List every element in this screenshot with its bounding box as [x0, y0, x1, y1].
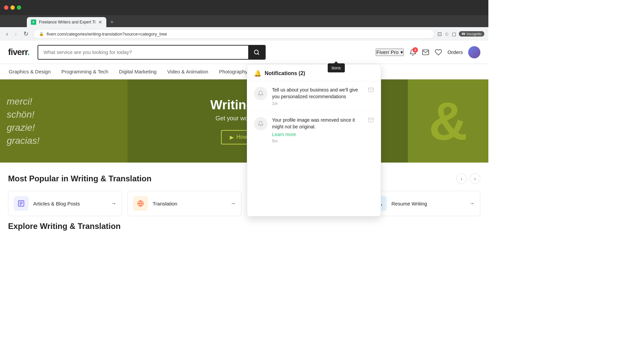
translation-arrow-icon: →: [230, 200, 236, 206]
notification-learn-more-link[interactable]: Learn more: [272, 132, 296, 137]
notifications-list: Tell us about your business and we'll gi…: [247, 81, 381, 216]
maximize-window-button[interactable]: [17, 5, 21, 10]
mail-icon: [422, 49, 429, 56]
notification-bell-icon-0: [254, 87, 267, 100]
chevron-down-icon: ▾: [400, 49, 403, 55]
notifications-button[interactable]: 2: [409, 49, 417, 56]
address-bar[interactable]: 🔒 fiverr.com/categories/writing-translat…: [33, 29, 435, 39]
nav-item-graphics[interactable]: Graphics & Design: [8, 64, 51, 79]
translation-icon: [133, 196, 148, 211]
popular-cards-list: Articles & Blog Posts → Translation → 👻 …: [8, 191, 480, 216]
notification-time-1: 5m: [272, 139, 363, 143]
orders-link[interactable]: Orders: [447, 49, 463, 55]
nav-item-video[interactable]: Video & Animation: [167, 64, 209, 79]
avatar-image: [468, 46, 480, 58]
browser-window-controls: [0, 0, 488, 15]
notification-bell-icon-1: [254, 117, 267, 130]
new-tab-button[interactable]: +: [108, 17, 117, 27]
popular-section: Most Popular in Writing & Translation ‹ …: [0, 163, 488, 222]
bell-tooltip: tions: [328, 63, 345, 72]
logo-text: fiverr: [8, 47, 28, 57]
window-buttons: [4, 5, 21, 10]
notification-item-0[interactable]: Tell us about your business and we'll gi…: [247, 81, 381, 112]
popular-section-title: Most Popular in Writing & Translation: [8, 174, 152, 183]
notification-email-icon-0: [368, 87, 374, 95]
back-button[interactable]: ‹: [4, 29, 10, 39]
bookmark-icon[interactable]: ☆: [444, 31, 449, 37]
notification-time-0: 1m: [272, 101, 363, 106]
notification-content-0: Tell us about your business and we'll gi…: [272, 87, 363, 106]
nav-item-marketing[interactable]: Digital Marketing: [118, 64, 157, 79]
popular-card-resume[interactable]: Resume Writing →: [366, 191, 480, 216]
main-navigation: Graphics & Design Programming & Tech Dig…: [0, 64, 488, 79]
header-actions: Fiverr Pro ▾ 2 Order: [376, 46, 480, 58]
section-header: Most Popular in Writing & Translation ‹ …: [8, 173, 480, 184]
notification-badge: 2: [413, 47, 418, 53]
notifications-title: Notifications (2): [265, 70, 305, 76]
lock-icon: 🔒: [39, 32, 44, 36]
close-window-button[interactable]: [4, 5, 8, 10]
hero-background-right: &: [408, 79, 488, 163]
carousel-navigation: ‹ ›: [456, 173, 480, 184]
nav-item-photography[interactable]: Photography: [218, 64, 248, 79]
heart-icon: [435, 49, 442, 56]
notifications-dropdown: 🔔 Notifications (2) Tell us about your b…: [247, 64, 381, 217]
notification-content-1: Your profile image was removed since it …: [272, 117, 363, 143]
minimize-window-button[interactable]: [10, 5, 15, 10]
notification-text-1: Your profile image was removed since it …: [272, 117, 363, 130]
user-avatar[interactable]: [468, 46, 480, 58]
notifications-bell-icon: 🔔: [254, 70, 261, 77]
tab-close-icon[interactable]: ✕: [98, 19, 102, 25]
hero-background-left: merci! schön! grazie! gracias!: [0, 79, 127, 163]
search-button[interactable]: [248, 46, 265, 59]
hero-ampersand: &: [429, 94, 468, 148]
search-bar: [38, 45, 266, 60]
articles-label: Articles & Blog Posts: [33, 201, 80, 206]
play-icon: ▶: [230, 134, 234, 140]
incognito-badge: 🕶 Incognito: [459, 31, 484, 37]
resume-label: Resume Writing: [391, 201, 427, 206]
logo-dot: .: [28, 47, 30, 57]
explore-section: Explore Writing & Translation: [0, 222, 488, 242]
notifications-empty-space: [247, 149, 381, 216]
search-input[interactable]: [38, 46, 248, 59]
carousel-next-button[interactable]: ›: [470, 173, 480, 184]
fiverr-app: fiverr. Fiverr Pro ▾ 2: [0, 41, 488, 242]
url-text: fiverr.com/categories/writing-translatio…: [47, 32, 167, 37]
hero-section: merci! schön! grazie! gracias! Writing &…: [0, 79, 488, 163]
search-icon: [254, 49, 260, 55]
wishlist-button[interactable]: [435, 49, 442, 56]
nav-item-programming[interactable]: Programming & Tech: [61, 64, 109, 79]
articles-icon: [14, 196, 29, 211]
resume-arrow-icon: →: [469, 200, 475, 206]
notification-email-icon-1: [368, 117, 374, 125]
tab-title: Freelance Writers and Expert Ti: [39, 20, 96, 24]
site-header: fiverr. Fiverr Pro ▾ 2: [0, 41, 488, 64]
messages-button[interactable]: [422, 49, 429, 56]
browser-action-buttons: ⊡ ☆ ◻ 🕶 Incognito: [437, 31, 484, 37]
popular-card-articles[interactable]: Articles & Blog Posts →: [8, 191, 122, 216]
translation-label: Translation: [153, 201, 177, 206]
reload-button[interactable]: ↻: [21, 29, 31, 39]
svg-line-1: [258, 53, 259, 54]
forward-button[interactable]: ›: [13, 29, 19, 39]
articles-arrow-icon: →: [111, 200, 116, 206]
fiverr-logo[interactable]: fiverr.: [8, 47, 30, 57]
profile-icon[interactable]: ◻: [452, 31, 456, 37]
browser-tab-active[interactable]: F Freelance Writers and Expert Ti ✕: [27, 17, 106, 27]
hero-multilingual-text: merci! schön! grazie! gracias!: [7, 79, 40, 163]
browser-tab-bar: F Freelance Writers and Expert Ti ✕ +: [0, 15, 488, 27]
tab-favicon: F: [31, 19, 36, 25]
carousel-prev-button[interactable]: ‹: [456, 173, 467, 184]
notifications-header: 🔔 Notifications (2): [247, 64, 381, 81]
fiverr-pro-button[interactable]: Fiverr Pro ▾: [376, 49, 404, 56]
explore-section-title: Explore Writing & Translation: [8, 222, 480, 231]
notification-item-1[interactable]: Your profile image was removed since it …: [247, 112, 381, 149]
notification-text-0: Tell us about your business and we'll gi…: [272, 87, 363, 100]
popular-card-translation[interactable]: Translation →: [127, 191, 241, 216]
browser-toolbar: ‹ › ↻ 🔒 fiverr.com/categories/writing-tr…: [0, 27, 488, 41]
cast-icon[interactable]: ⊡: [437, 31, 442, 37]
